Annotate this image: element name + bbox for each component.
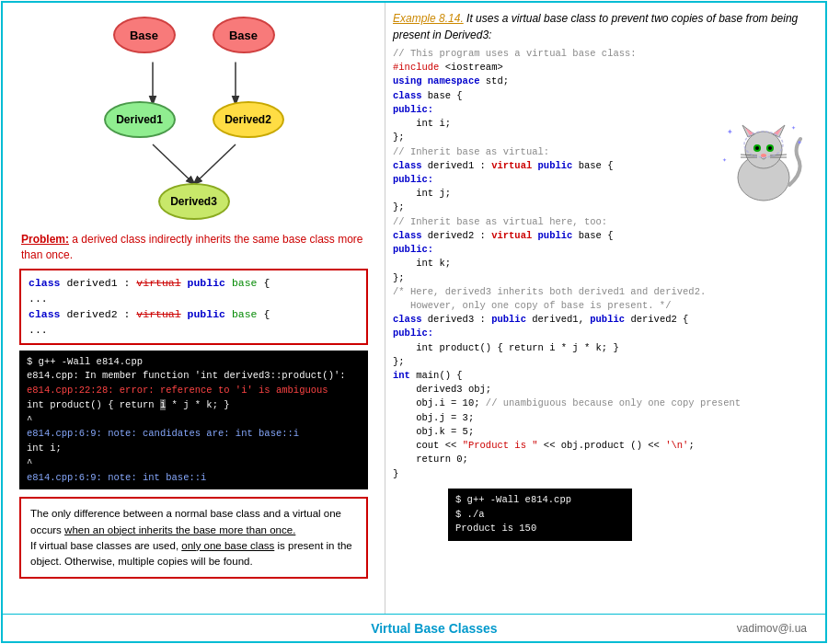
rc-line-13: // Inherit base as virtual here, too: bbox=[393, 215, 816, 229]
diagram-mid-row: Derived1 Derived2 bbox=[104, 101, 284, 138]
terminal-left: $ g++ -Wall e814.cpp e814.cpp: In member… bbox=[19, 351, 368, 490]
main-container: Base Base bbox=[1, 1, 827, 643]
rc-line-24: int main() { bbox=[393, 369, 816, 383]
code-line-1: class derived1 : virtual public base { bbox=[29, 275, 359, 291]
rc-line-20: class derived3 : public derived1, public… bbox=[393, 313, 816, 327]
svg-text:✦: ✦ bbox=[791, 125, 796, 131]
footer: Virtual Base Classes vadimov@i.ua bbox=[3, 614, 825, 641]
diagram-area: Base Base bbox=[12, 12, 375, 224]
left-panel: Base Base bbox=[3, 3, 385, 614]
rc-line-27: obj.j = 3; bbox=[393, 411, 816, 425]
term-line-7: int i; bbox=[27, 442, 361, 456]
virtual-code-box: class derived1 : virtual public base { .… bbox=[19, 269, 368, 345]
footer-email: vadimov@i.ua bbox=[737, 622, 807, 635]
rc-line-19: However, only one copy of base is presen… bbox=[393, 299, 816, 313]
rc-line-29: cout << "Product is " << obj.product () … bbox=[393, 439, 816, 453]
rt-line-3: Product is 150 bbox=[455, 522, 625, 536]
cat-svg: ✦ ✦ ◆ ✦ bbox=[722, 121, 805, 208]
term-line-5: ^ bbox=[27, 413, 361, 428]
derived1-ellipse: Derived1 bbox=[104, 101, 176, 138]
rc-line-2: #include <iostream> bbox=[393, 61, 816, 75]
diagram-top-row: Base Base bbox=[113, 17, 275, 53]
rc-line-25: derived3 obj; bbox=[393, 383, 816, 397]
rc-line-28: obj.k = 5; bbox=[393, 425, 816, 439]
rc-line-26: obj.i = 10; // unambiguous because only … bbox=[393, 397, 816, 410]
rc-line-15: public: bbox=[393, 243, 816, 257]
note-box: The only difference between a normal bas… bbox=[19, 497, 368, 579]
svg-line-3 bbox=[194, 144, 236, 184]
term-line-4: int product() { return i * j * k; } bbox=[27, 398, 361, 413]
rc-line-23: }; bbox=[393, 355, 816, 369]
right-terminal-wrapper: $ g++ -Wall e814.cpp $ ./a Product is 15… bbox=[393, 485, 816, 541]
rc-line-22: int product() { return i * j * k; } bbox=[393, 341, 816, 355]
rc-line-1: // This program uses a virtual base clas… bbox=[393, 47, 816, 61]
term-line-8: ^ bbox=[27, 456, 361, 471]
svg-text:✦: ✦ bbox=[727, 128, 733, 136]
code-line-2: ... bbox=[29, 291, 359, 306]
rc-line-18: /* Here, derived3 inherits both derived1… bbox=[393, 285, 816, 299]
rc-line-3: using namespace std; bbox=[393, 75, 816, 88]
svg-point-13 bbox=[768, 146, 772, 150]
rt-line-2: $ ./a bbox=[455, 508, 625, 523]
rc-line-14: class derived2 : virtual public base { bbox=[393, 229, 816, 243]
cat-illustration: ✦ ✦ ◆ ✦ bbox=[722, 121, 805, 203]
rc-line-31: } bbox=[393, 467, 816, 481]
rc-line-16: int k; bbox=[393, 257, 816, 270]
rc-line-17: }; bbox=[393, 271, 816, 285]
right-content-wrapper: Example 8.14. It uses a virtual base cla… bbox=[393, 10, 816, 541]
term-line-1: $ g++ -Wall e814.cpp bbox=[27, 355, 361, 370]
derived3-ellipse: Derived3 bbox=[158, 183, 230, 220]
base1-ellipse: Base bbox=[113, 17, 176, 53]
term-line-2: e814.cpp: In member function 'int derive… bbox=[27, 369, 361, 384]
right-panel: Example 8.14. It uses a virtual base cla… bbox=[385, 3, 825, 614]
svg-point-12 bbox=[755, 146, 759, 150]
term-line-6: e814.cpp:6:9: note: candidates are: int … bbox=[27, 427, 361, 442]
svg-text:✦: ✦ bbox=[722, 157, 727, 163]
svg-point-5 bbox=[745, 132, 782, 168]
term-line-3: e814.cpp:22:28: error: reference to 'i' … bbox=[27, 384, 361, 398]
problem-text: Problem: a derived class indirectly inhe… bbox=[21, 232, 366, 263]
example-title: Example 8.14. It uses a virtual base cla… bbox=[393, 10, 816, 43]
right-code-block: // This program uses a virtual base clas… bbox=[393, 47, 816, 481]
code-line-3: class derived2 : virtual public base { bbox=[29, 306, 359, 322]
code-line-4: ... bbox=[29, 322, 359, 338]
rc-line-21: public: bbox=[393, 327, 816, 340]
term-line-9: e814.cpp:6:9: note: int base::i bbox=[27, 471, 361, 486]
rc-line-4: class base { bbox=[393, 89, 816, 103]
rc-line-5: public: bbox=[393, 103, 816, 117]
rc-line-30: return 0; bbox=[393, 453, 816, 466]
diagram-bottom-row: Derived3 bbox=[158, 183, 230, 220]
base2-ellipse: Base bbox=[213, 17, 275, 53]
derived2-ellipse: Derived2 bbox=[213, 101, 284, 138]
rt-line-1: $ g++ -Wall e814.cpp bbox=[455, 493, 625, 508]
svg-text:◆: ◆ bbox=[798, 139, 801, 144]
footer-title: Virtual Base Classes bbox=[132, 621, 737, 636]
svg-line-2 bbox=[153, 144, 194, 184]
right-terminal: $ g++ -Wall e814.cpp $ ./a Product is 15… bbox=[448, 489, 632, 541]
